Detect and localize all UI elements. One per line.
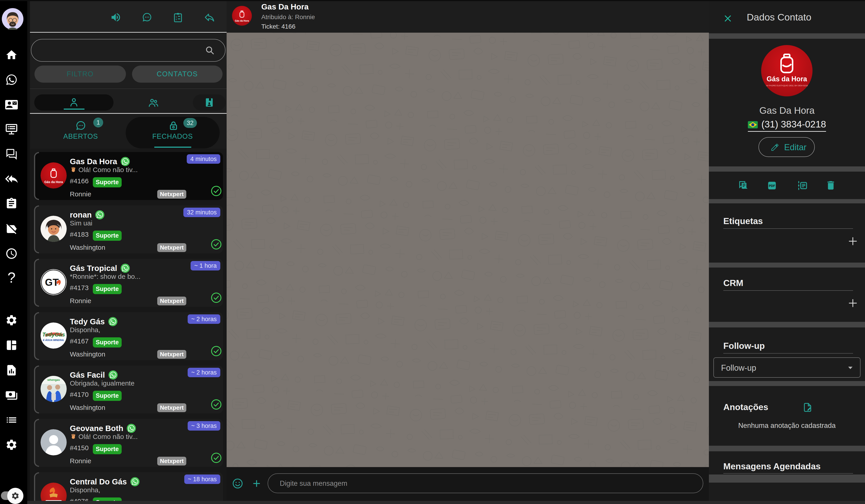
svg-text:2: 2 — [176, 18, 177, 21]
svg-text:1: 1 — [176, 15, 177, 18]
svg-text:PDF: PDF — [769, 184, 775, 188]
svg-text:Gás da Hora: Gás da Hora — [766, 75, 807, 83]
svg-text:E ÁGUA MINERAL: E ÁGUA MINERAL — [43, 339, 65, 341]
svg-text:TedyGás: TedyGás — [42, 331, 65, 338]
svg-text:Gás da Hora: Gás da Hora — [235, 19, 249, 22]
svg-text:whengas: whengas — [47, 378, 60, 382]
svg-text:Gás da Hora: Gás da Hora — [44, 180, 63, 184]
svg-text:AV PADRE EUSTAQUIO 2832, BH 38: AV PADRE EUSTAQUIO 2832, BH 3834-0218 — [766, 84, 808, 87]
